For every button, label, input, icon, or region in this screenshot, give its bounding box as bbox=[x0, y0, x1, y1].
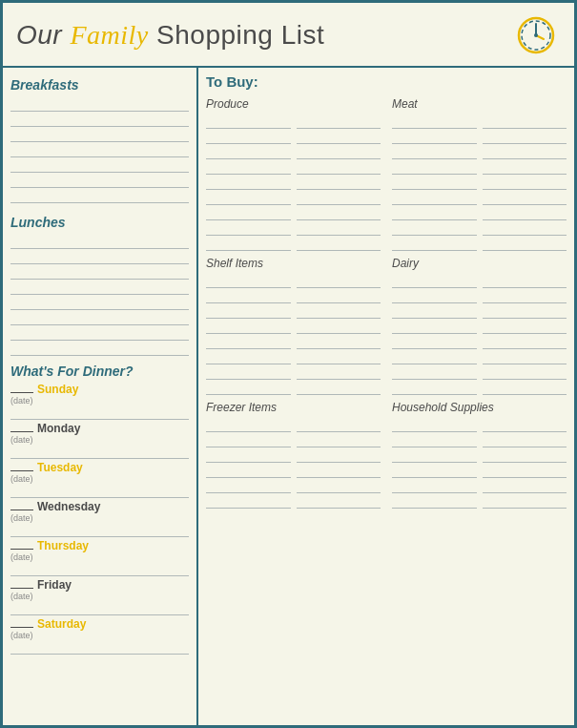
buy-line bbox=[206, 493, 291, 509]
buy-line bbox=[297, 159, 381, 175]
clock-icon bbox=[511, 10, 561, 60]
buy-line bbox=[297, 380, 381, 395]
shelf-section: Shelf Items bbox=[206, 257, 381, 395]
produce-col-2 bbox=[297, 114, 381, 251]
buy-line bbox=[297, 236, 381, 251]
buy-line bbox=[483, 380, 567, 395]
buy-line bbox=[483, 288, 567, 303]
buy-line bbox=[392, 319, 477, 334]
shelf-label: Shelf Items bbox=[206, 257, 381, 270]
friday-line bbox=[10, 602, 189, 615]
household-col-1 bbox=[392, 417, 477, 509]
buy-line bbox=[206, 144, 291, 159]
day-underline bbox=[10, 510, 33, 510]
dinner-day-thursday: Thursday (date) bbox=[10, 539, 189, 576]
buy-line bbox=[297, 432, 381, 447]
household-cols bbox=[392, 417, 567, 509]
buy-line bbox=[206, 129, 291, 144]
buy-line bbox=[297, 144, 381, 159]
buy-line bbox=[392, 417, 477, 432]
dinner-label: What's For Dinner? bbox=[10, 364, 189, 379]
buy-line bbox=[297, 175, 381, 190]
buy-line bbox=[297, 334, 381, 349]
buy-line bbox=[206, 303, 291, 319]
buy-line bbox=[206, 236, 291, 251]
wednesday-line bbox=[10, 524, 189, 537]
dinner-day-monday: Monday (date) bbox=[10, 422, 189, 459]
buy-line bbox=[392, 303, 477, 319]
write-line bbox=[10, 234, 189, 249]
right-buy-col: Meat bbox=[392, 94, 567, 719]
buy-line bbox=[392, 380, 477, 395]
write-line bbox=[10, 249, 189, 264]
buy-line bbox=[206, 319, 291, 334]
dairy-col-1 bbox=[392, 273, 477, 395]
buy-line bbox=[297, 417, 381, 432]
buy-line bbox=[483, 447, 567, 463]
produce-col-1 bbox=[206, 114, 291, 251]
buy-line bbox=[297, 129, 381, 144]
sunday-date: (date) bbox=[10, 396, 189, 406]
buy-line bbox=[483, 114, 567, 129]
produce-label: Produce bbox=[206, 97, 381, 111]
day-underline bbox=[10, 627, 33, 628]
day-underline bbox=[10, 588, 33, 589]
svg-point-4 bbox=[534, 33, 538, 37]
buy-line bbox=[392, 349, 477, 364]
produce-section: Produce bbox=[206, 97, 381, 251]
buy-line bbox=[206, 159, 291, 175]
buy-line bbox=[392, 159, 477, 175]
shelf-col-1 bbox=[206, 273, 291, 395]
write-line bbox=[10, 112, 189, 127]
freezer-col-2 bbox=[297, 417, 381, 509]
freezer-cols bbox=[206, 417, 381, 509]
household-col-2 bbox=[483, 417, 567, 509]
friday-label: Friday bbox=[37, 578, 72, 592]
dinner-day-saturday: Saturday (date) bbox=[10, 617, 189, 655]
write-line bbox=[10, 325, 189, 341]
buy-line bbox=[483, 175, 567, 190]
write-line bbox=[10, 173, 189, 188]
buy-line bbox=[206, 349, 291, 364]
day-underline bbox=[10, 470, 33, 471]
buy-line bbox=[297, 205, 381, 220]
write-line bbox=[10, 295, 189, 310]
buy-line bbox=[392, 447, 477, 463]
friday-date: (date) bbox=[10, 592, 189, 601]
thursday-label: Thursday bbox=[37, 539, 89, 552]
buy-line bbox=[206, 175, 291, 190]
saturday-label: Saturday bbox=[37, 617, 86, 631]
saturday-date: (date) bbox=[10, 631, 189, 640]
dairy-label: Dairy bbox=[392, 257, 567, 270]
household-section: Household Supplies bbox=[392, 401, 567, 509]
dinner-day-sunday: Sunday (date) bbox=[10, 383, 189, 420]
buy-line bbox=[297, 114, 381, 129]
buy-line bbox=[483, 493, 567, 509]
write-line bbox=[10, 188, 189, 203]
buy-line bbox=[392, 288, 477, 303]
lunches-lines bbox=[10, 234, 189, 356]
freezer-label: Freezer Items bbox=[206, 401, 381, 414]
dinner-section: What's For Dinner? Sunday (date) Monday bbox=[10, 360, 189, 655]
buy-line bbox=[392, 432, 477, 447]
buy-line bbox=[392, 478, 477, 493]
buy-line bbox=[297, 447, 381, 463]
buy-line bbox=[297, 364, 381, 380]
buy-line bbox=[206, 417, 291, 432]
meat-section: Meat bbox=[392, 97, 567, 251]
write-line bbox=[10, 280, 189, 295]
title-family: Family bbox=[70, 20, 148, 50]
freezer-section: Freezer Items bbox=[206, 401, 381, 509]
buy-line bbox=[206, 432, 291, 447]
to-buy-label: To Buy: bbox=[206, 73, 567, 90]
monday-line bbox=[10, 446, 189, 459]
buy-line bbox=[206, 364, 291, 380]
left-buy-col: Produce bbox=[206, 94, 381, 719]
write-line bbox=[10, 341, 189, 356]
buy-line bbox=[297, 190, 381, 205]
dairy-section: Dairy bbox=[392, 257, 567, 395]
buy-line bbox=[392, 205, 477, 220]
breakfasts-section: Breakfasts bbox=[10, 73, 189, 203]
buy-line bbox=[392, 273, 477, 288]
buy-line bbox=[483, 220, 567, 236]
